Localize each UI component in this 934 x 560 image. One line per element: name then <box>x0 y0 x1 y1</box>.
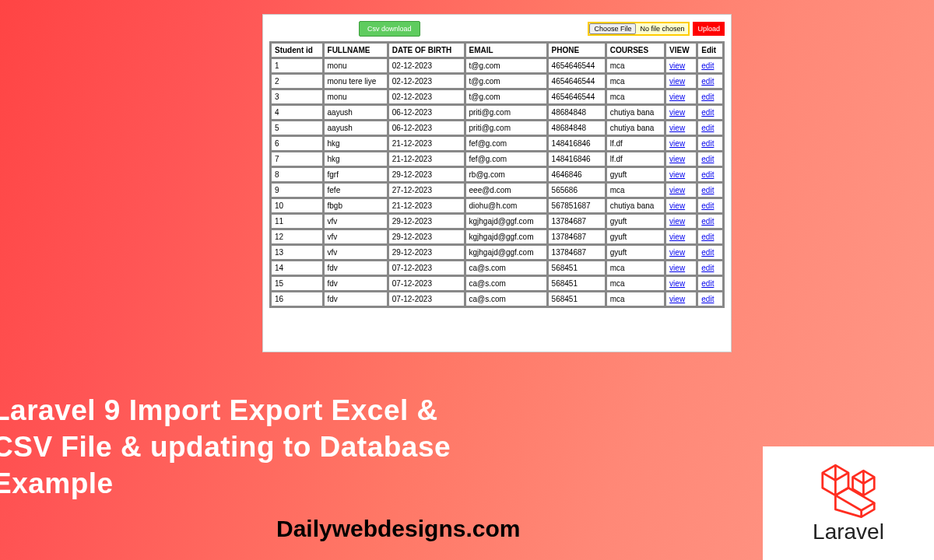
edit-link[interactable]: edit <box>701 139 714 148</box>
table-cell: 567851687 <box>548 198 606 213</box>
edit-link[interactable]: edit <box>701 264 714 272</box>
edit-link[interactable]: edit <box>701 108 714 117</box>
table-row: 14fdv07-12-2023ca@s.com568451mcaviewedit <box>271 261 723 275</box>
edit-link[interactable]: edit <box>701 77 714 86</box>
column-header: COURSES <box>606 43 665 58</box>
screenshot-panel: Csv download Choose File No file chosen … <box>262 14 732 352</box>
table-cell: 15 <box>271 276 323 291</box>
upload-button[interactable]: Upload <box>693 22 725 36</box>
table-cell: monu <box>324 58 388 73</box>
table-cell: 11 <box>271 214 323 229</box>
table-cell: t@g.com <box>465 89 547 104</box>
table-row: 7hkg21-12-2023fef@g.com148416846lf.dfvie… <box>271 152 723 166</box>
table-cell: chutiya bana <box>606 198 665 213</box>
table-cell: 10 <box>271 198 323 213</box>
table-cell: mca <box>606 58 665 73</box>
table-cell: vfv <box>324 245 388 260</box>
edit-link[interactable]: edit <box>701 295 714 303</box>
students-table: Student idFULLNAMEDATE OF BIRTHEMAILPHON… <box>269 41 725 308</box>
table-cell: fgrf <box>324 167 388 182</box>
table-cell: ca@s.com <box>465 276 547 291</box>
table-cell: 4646846 <box>548 167 606 182</box>
table-cell: ca@s.com <box>465 292 547 306</box>
view-link[interactable]: view <box>669 93 685 101</box>
edit-link[interactable]: edit <box>701 186 714 194</box>
table-cell: 148416846 <box>548 152 606 166</box>
table-cell: gyuft <box>606 245 665 260</box>
table-cell: 06-12-2023 <box>388 121 465 135</box>
table-cell: 21-12-2023 <box>388 198 465 213</box>
table-cell: 21-12-2023 <box>388 136 465 151</box>
edit-link[interactable]: edit <box>701 93 714 101</box>
table-cell: 02-12-2023 <box>388 74 465 89</box>
view-link[interactable]: view <box>669 155 685 163</box>
table-cell: 6 <box>271 136 323 151</box>
table-cell: vfv <box>324 214 388 229</box>
table-cell: 12 <box>271 229 323 244</box>
table-cell: 02-12-2023 <box>388 89 465 104</box>
view-link[interactable]: view <box>669 170 685 179</box>
view-link[interactable]: view <box>669 248 685 257</box>
table-cell: 3 <box>271 89 323 104</box>
table-header-row: Student idFULLNAMEDATE OF BIRTHEMAILPHON… <box>271 43 723 58</box>
table-cell: lf.df <box>606 136 665 151</box>
view-link[interactable]: view <box>669 264 685 272</box>
table-cell: kgjhgajd@ggf.com <box>465 229 547 244</box>
edit-link[interactable]: edit <box>701 124 714 132</box>
table-cell: fdv <box>324 292 388 306</box>
table-cell: 29-12-2023 <box>388 167 465 182</box>
view-link[interactable]: view <box>669 77 685 86</box>
table-cell: gyuft <box>606 229 665 244</box>
table-cell: mca <box>606 276 665 291</box>
table-cell: aayush <box>324 121 388 135</box>
edit-link[interactable]: edit <box>701 248 714 257</box>
view-link[interactable]: view <box>669 233 685 241</box>
choose-file-button[interactable]: Choose File <box>589 23 636 34</box>
view-link[interactable]: view <box>669 61 685 70</box>
view-link[interactable]: view <box>669 124 685 132</box>
column-header: DATE OF BIRTH <box>388 43 465 58</box>
table-row: 4aayush06-12-2023priti@g.com48684848chut… <box>271 105 723 120</box>
table-row: 9fefe27-12-2023eee@d.com565686mcaviewedi… <box>271 183 723 198</box>
table-cell: mca <box>606 261 665 275</box>
edit-link[interactable]: edit <box>701 155 714 163</box>
view-link[interactable]: view <box>669 217 685 226</box>
table-row: 5aayush06-12-2023priti@g.com48684848chut… <box>271 121 723 135</box>
edit-link[interactable]: edit <box>701 201 714 210</box>
edit-link[interactable]: edit <box>701 217 714 226</box>
edit-link[interactable]: edit <box>701 233 714 241</box>
edit-link[interactable]: edit <box>701 170 714 179</box>
table-row: 3monu02-12-2023t@g.com4654646544mcaviewe… <box>271 89 723 104</box>
view-link[interactable]: view <box>669 139 685 148</box>
table-cell: 4 <box>271 105 323 120</box>
headline-text: Laravel 9 Import Export Excel & CSV File… <box>0 393 451 502</box>
file-input-group[interactable]: Choose File No file chosen <box>588 22 690 36</box>
laravel-label: Laravel <box>813 520 884 544</box>
table-cell: t@g.com <box>465 74 547 89</box>
table-cell: 4654646544 <box>548 74 606 89</box>
table-cell: 568451 <box>548 261 606 275</box>
edit-link[interactable]: edit <box>701 61 714 70</box>
laravel-icon <box>820 462 876 518</box>
csv-download-button[interactable]: Csv download <box>359 21 420 37</box>
table-cell: 16 <box>271 292 323 306</box>
table-cell: 48684848 <box>548 105 606 120</box>
laravel-logo-box: Laravel <box>763 446 934 560</box>
table-cell: 21-12-2023 <box>388 152 465 166</box>
view-link[interactable]: view <box>669 295 685 303</box>
table-cell: fef@g.com <box>465 152 547 166</box>
table-cell: priti@g.com <box>465 105 547 120</box>
view-link[interactable]: view <box>669 186 685 194</box>
table-cell: 48684848 <box>548 121 606 135</box>
table-cell: 4654646544 <box>548 89 606 104</box>
view-link[interactable]: view <box>669 201 685 210</box>
view-link[interactable]: view <box>669 279 685 288</box>
table-cell: diohu@h.com <box>465 198 547 213</box>
table-cell: 27-12-2023 <box>388 183 465 198</box>
edit-link[interactable]: edit <box>701 279 714 288</box>
table-cell: mca <box>606 89 665 104</box>
table-cell: fdv <box>324 276 388 291</box>
table-row: 12vfv29-12-2023kgjhgajd@ggf.com13784687g… <box>271 229 723 244</box>
table-cell: gyuft <box>606 214 665 229</box>
view-link[interactable]: view <box>669 108 685 117</box>
